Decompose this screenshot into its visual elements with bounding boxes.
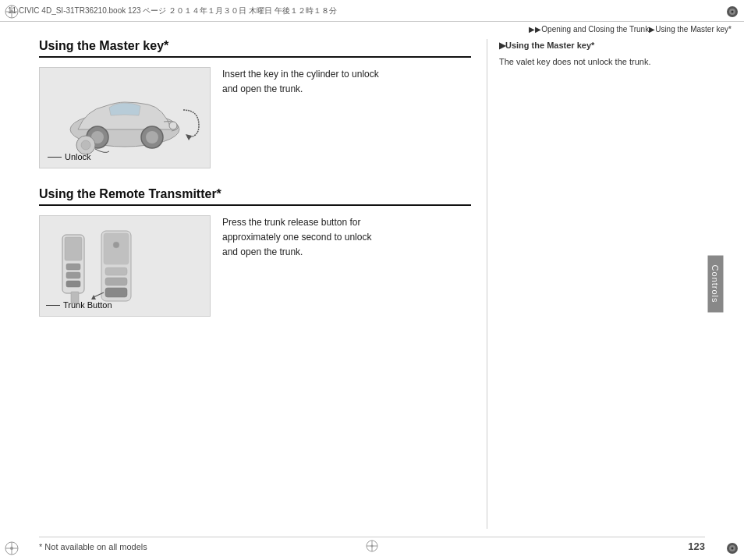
- trunk-button-label: Trunk Button: [46, 300, 112, 310]
- svg-point-6: [732, 11, 734, 13]
- page-number: 123: [688, 541, 705, 552]
- svg-rect-32: [105, 278, 127, 285]
- section-remote-transmitter: Using the Remote Transmitter*: [39, 187, 471, 317]
- svg-point-34: [113, 242, 119, 248]
- svg-point-40: [371, 544, 374, 547]
- controls-tab: Controls: [708, 256, 724, 313]
- note-icon: ▶: [499, 41, 505, 50]
- svg-marker-36: [91, 295, 96, 299]
- corner-mark-tr: [724, 3, 741, 20]
- section-master-key: Using the Master key*: [39, 39, 471, 168]
- svg-point-19: [169, 122, 177, 129]
- svg-rect-31: [105, 268, 127, 275]
- footer-cross-mark: [365, 539, 379, 555]
- footnote: * Not available on all models: [39, 542, 147, 551]
- svg-point-13: [732, 548, 734, 550]
- svg-rect-26: [66, 272, 80, 278]
- svg-rect-27: [66, 281, 80, 287]
- corner-mark-tl: [3, 3, 20, 20]
- footer: * Not available on all models 123: [39, 537, 705, 552]
- section2-title: Using the Remote Transmitter*: [39, 187, 471, 206]
- left-column: Using the Master key*: [39, 39, 487, 529]
- unlock-label: Unlock: [48, 152, 91, 161]
- svg-point-22: [81, 140, 90, 150]
- header-bar: 11 CIVIC 4D_SI-31TR36210.book 123 ページ ２０…: [0, 0, 744, 22]
- section2-description: Press the trunk release button for appro…: [211, 215, 382, 261]
- main-content: Using the Master key*: [39, 39, 705, 529]
- right-column: ▶Using the Master key* The valet key doe…: [487, 39, 705, 529]
- svg-rect-24: [65, 237, 82, 261]
- svg-rect-30: [104, 233, 129, 264]
- sidebar-note: ▶Using the Master key* The valet key doe…: [499, 39, 705, 68]
- svg-point-3: [10, 10, 13, 13]
- svg-point-10: [10, 547, 13, 550]
- corner-mark-bl: [3, 540, 20, 557]
- section1-title: Using the Master key*: [39, 39, 471, 58]
- svg-rect-33: [105, 288, 127, 297]
- print-info: 11 CIVIC 4D_SI-31TR36210.book 123 ページ ２０…: [8, 5, 736, 16]
- section1-description: Insert the key in the cylinder to unlock…: [211, 67, 382, 97]
- corner-mark-br: [724, 540, 741, 557]
- sidebar-note-title: ▶Using the Master key*: [499, 39, 705, 52]
- master-key-image: Unlock: [39, 67, 211, 168]
- breadcrumb: ▶▶Opening and Closing the Trunk▶Using th…: [529, 25, 732, 34]
- sidebar-note-text: The valet key does not unlock the trunk.: [499, 55, 705, 69]
- svg-point-18: [146, 131, 158, 144]
- svg-rect-25: [66, 264, 80, 270]
- remote-transmitter-image: Trunk Button: [39, 215, 211, 317]
